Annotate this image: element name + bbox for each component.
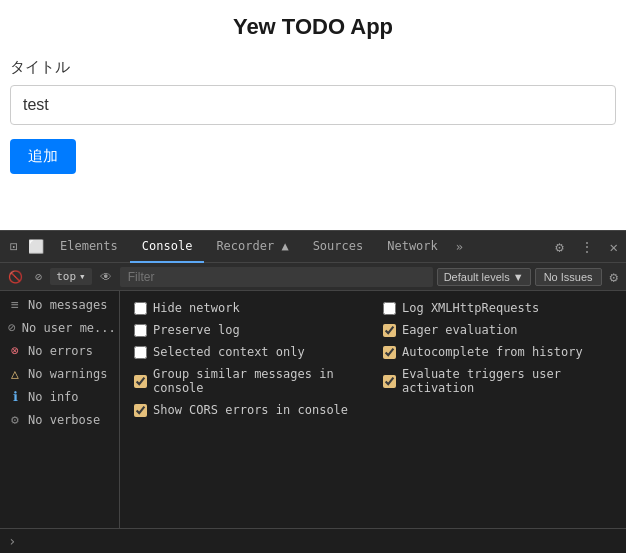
kebab-menu-icon[interactable]: ⋮ (576, 237, 598, 257)
group-similar-checkbox[interactable] (134, 375, 147, 388)
messages-icon: ≡ (8, 297, 22, 312)
sidebar-label-warnings: No warnings (28, 367, 107, 381)
info-icon: ℹ (8, 389, 22, 404)
autocomplete-checkbox[interactable] (383, 346, 396, 359)
evaluate-triggers-label: Evaluate triggers user activation (402, 367, 612, 395)
setting-cors-errors[interactable]: Show CORS errors in console (134, 403, 363, 417)
tab-sources[interactable]: Sources (301, 231, 376, 263)
sidebar-item-warnings[interactable]: △ No warnings (0, 362, 119, 385)
setting-autocomplete[interactable]: Autocomplete from history (383, 345, 612, 359)
clear-console-icon[interactable]: 🚫 (4, 268, 27, 286)
group-similar-label: Group similar messages in console (153, 367, 363, 395)
setting-evaluate-triggers[interactable]: Evaluate triggers user activation (383, 367, 612, 395)
setting-hide-network[interactable]: Hide network (134, 301, 363, 315)
settings-icon[interactable]: ⚙ (551, 237, 567, 257)
sidebar-label-verbose: No verbose (28, 413, 100, 427)
setting-eager-eval[interactable]: Eager evaluation (383, 323, 612, 337)
console-settings-icon[interactable]: ⚙ (606, 267, 622, 287)
error-icon: ⊗ (8, 343, 22, 358)
verbose-icon: ⚙ (8, 412, 22, 427)
console-sidebar: ≡ No messages ⊘ No user me... ⊗ No error… (0, 291, 120, 528)
no-issues-button[interactable]: No Issues (535, 268, 602, 286)
cors-errors-checkbox[interactable] (134, 404, 147, 417)
devtools-right-icons: ⚙ ⋮ ✕ (551, 237, 622, 257)
level-dropdown-icon: ▾ (79, 270, 86, 283)
evaluate-triggers-checkbox[interactable] (383, 375, 396, 388)
sidebar-item-user[interactable]: ⊘ No user me... (0, 316, 119, 339)
filter-icon[interactable]: ⊘ (31, 268, 46, 286)
sidebar-item-verbose[interactable]: ⚙ No verbose (0, 408, 119, 431)
hide-network-label: Hide network (153, 301, 240, 315)
level-selector[interactable]: top ▾ (50, 268, 92, 285)
console-toolbar: 🚫 ⊘ top ▾ 👁 Default levels ▼ No Issues ⚙ (0, 263, 626, 291)
user-icon: ⊘ (8, 320, 16, 335)
console-body: ≡ No messages ⊘ No user me... ⊗ No error… (0, 291, 626, 528)
device-icon[interactable]: ⬜ (26, 237, 46, 257)
hide-network-checkbox[interactable] (134, 302, 147, 315)
prompt-arrow: › (8, 533, 16, 549)
console-prompt-area: › (0, 528, 626, 553)
sidebar-item-info[interactable]: ℹ No info (0, 385, 119, 408)
filter-input[interactable] (120, 267, 433, 287)
warning-icon: △ (8, 366, 22, 381)
eager-eval-label: Eager evaluation (402, 323, 518, 337)
devtools-panel: ⊡ ⬜ Elements Console Recorder ▲ Sources … (0, 230, 626, 553)
eye-icon[interactable]: 👁 (96, 268, 116, 286)
devtools-tab-bar: ⊡ ⬜ Elements Console Recorder ▲ Sources … (0, 231, 626, 263)
sidebar-label-errors: No errors (28, 344, 93, 358)
console-settings-panel: Hide network Log XMLHttpRequests Preserv… (120, 291, 626, 528)
app-area: Yew TODO App タイトル 追加 (0, 0, 626, 230)
autocomplete-label: Autocomplete from history (402, 345, 583, 359)
preserve-log-label: Preserve log (153, 323, 240, 337)
selected-context-label: Selected context only (153, 345, 305, 359)
setting-group-similar[interactable]: Group similar messages in console (134, 367, 363, 395)
close-devtools-icon[interactable]: ✕ (606, 237, 622, 257)
add-button[interactable]: 追加 (10, 139, 76, 174)
log-xmlhttp-label: Log XMLHttpRequests (402, 301, 539, 315)
log-xmlhttp-checkbox[interactable] (383, 302, 396, 315)
tab-elements[interactable]: Elements (48, 231, 130, 263)
title-input[interactable] (10, 85, 616, 125)
tab-console[interactable]: Console (130, 231, 205, 263)
sidebar-item-messages[interactable]: ≡ No messages (0, 293, 119, 316)
setting-preserve-log[interactable]: Preserve log (134, 323, 363, 337)
sidebar-label-info: No info (28, 390, 79, 404)
level-label: top (56, 270, 76, 283)
preserve-log-checkbox[interactable] (134, 324, 147, 337)
cors-errors-label: Show CORS errors in console (153, 403, 348, 417)
setting-log-xmlhttp[interactable]: Log XMLHttpRequests (383, 301, 612, 315)
tab-recorder[interactable]: Recorder ▲ (204, 231, 300, 263)
sidebar-item-errors[interactable]: ⊗ No errors (0, 339, 119, 362)
eager-eval-checkbox[interactable] (383, 324, 396, 337)
setting-selected-context[interactable]: Selected context only (134, 345, 363, 359)
selected-context-checkbox[interactable] (134, 346, 147, 359)
app-title: Yew TODO App (10, 0, 616, 58)
inspect-icon[interactable]: ⊡ (4, 237, 24, 257)
sidebar-label-user: No user me... (22, 321, 116, 335)
tab-network[interactable]: Network (375, 231, 450, 263)
more-tabs-icon[interactable]: » (450, 240, 469, 254)
field-label: タイトル (10, 58, 616, 77)
default-levels-button[interactable]: Default levels ▼ (437, 268, 531, 286)
sidebar-label-messages: No messages (28, 298, 107, 312)
